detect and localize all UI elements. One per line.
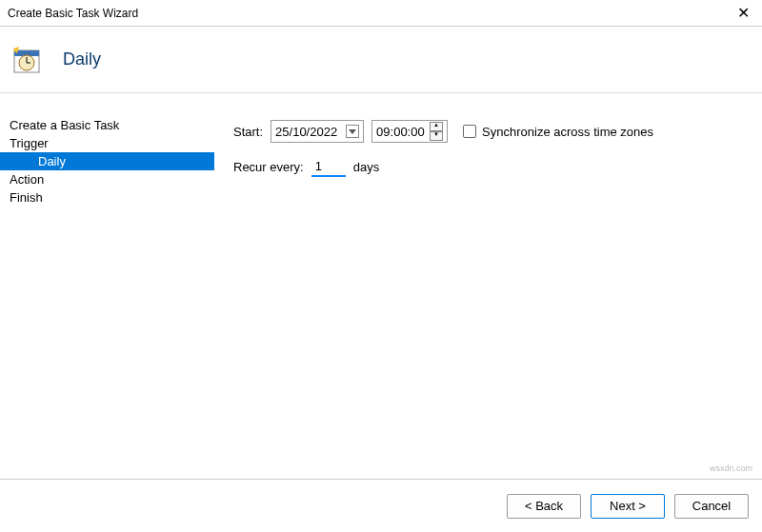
recur-label: Recur every: [233,160,304,174]
start-time-value: 09:00:00 [376,125,427,139]
start-row: Start: 25/10/2022 09:00:00 ▲ ▼ Synchroni… [233,120,743,143]
page-title: Daily [63,49,101,69]
sidebar-item-create-basic-task[interactable]: Create a Basic Task [0,116,214,134]
content-area: Create a Basic Task Trigger Daily Action… [0,93,762,479]
wizard-header: Daily [0,27,762,93]
back-button[interactable]: < Back [507,494,581,519]
time-spinner-up-icon[interactable]: ▲ [430,122,443,131]
recur-row: Recur every: days [233,156,743,177]
sidebar-item-trigger[interactable]: Trigger [0,134,214,152]
recur-interval-input[interactable] [311,156,346,177]
main-panel: Start: 25/10/2022 09:00:00 ▲ ▼ Synchroni… [214,93,762,479]
sidebar-item-daily[interactable]: Daily [0,152,214,170]
recur-unit-label: days [353,160,379,174]
window-title: Create Basic Task Wizard [8,7,724,20]
start-date-value: 25/10/2022 [275,125,342,139]
wizard-steps-sidebar: Create a Basic Task Trigger Daily Action… [0,93,214,479]
sidebar-item-action[interactable]: Action [0,170,214,188]
sidebar-item-finish[interactable]: Finish [0,188,214,207]
start-time-field[interactable]: 09:00:00 ▲ ▼ [371,120,448,143]
svg-marker-6 [349,129,356,134]
start-date-field[interactable]: 25/10/2022 [271,120,364,143]
title-bar: Create Basic Task Wizard ✕ [0,0,762,27]
next-button[interactable]: Next > [591,494,665,519]
sync-timezones-checkbox[interactable]: Synchronize across time zones [463,125,653,139]
watermark-text: wsxdn.com [710,463,752,473]
sync-timezones-label: Synchronize across time zones [482,125,653,139]
calendar-clock-icon [11,45,42,75]
cancel-button[interactable]: Cancel [674,494,749,519]
close-button[interactable]: ✕ [724,0,762,27]
time-spinner: ▲ ▼ [430,122,443,141]
wizard-footer: < Back Next > Cancel [0,479,762,532]
time-spinner-down-icon[interactable]: ▼ [430,131,443,141]
start-label: Start: [233,125,263,139]
checkbox-box-icon [463,125,476,138]
calendar-dropdown-icon[interactable] [346,125,359,138]
